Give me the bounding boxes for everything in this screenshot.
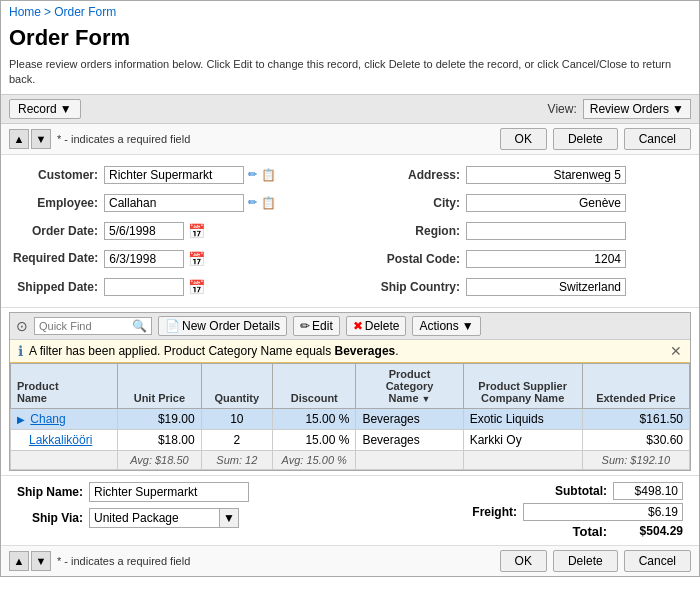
filter-message: A filter has been applied. Product Categ… <box>29 344 335 358</box>
subgrid-delete-button[interactable]: ✖ Delete <box>346 316 407 336</box>
product-name-link[interactable]: Lakkalikööri <box>29 433 92 447</box>
breadcrumb-sep: > <box>44 5 51 19</box>
record-dropdown-icon: ▼ <box>60 102 72 116</box>
address-label: Address: <box>370 168 460 182</box>
required-date-value: 📅 <box>104 250 205 268</box>
view-select[interactable]: Review Orders ▼ <box>583 99 691 119</box>
order-details-table: ProductName Unit Price Quantity Discount… <box>10 363 690 470</box>
subgrid-section: ⊙ 🔍 📄 New Order Details ✏ Edit ✖ Delete … <box>9 312 691 471</box>
actions-button[interactable]: Actions ▼ <box>412 316 480 336</box>
nav-down-button[interactable]: ▼ <box>31 129 51 149</box>
shipped-date-label: Shipped Date: <box>13 280 98 294</box>
delete-button[interactable]: Delete <box>553 128 618 150</box>
bottom-cancel-button[interactable]: Cancel <box>624 550 691 572</box>
new-order-details-button[interactable]: 📄 New Order Details <box>158 316 287 336</box>
breadcrumb-home[interactable]: Home <box>9 5 41 19</box>
freight-label: Freight: <box>437 505 517 519</box>
footer-avg-discount: Avg: 15.00 % <box>273 450 356 469</box>
customer-address-icon[interactable]: 📋 <box>261 168 276 182</box>
search-icon[interactable]: 🔍 <box>132 319 147 333</box>
required-note: * - indicates a required field <box>57 133 190 145</box>
bottom-nav-up-button[interactable]: ▲ <box>9 551 29 571</box>
freight-input[interactable] <box>523 503 683 521</box>
required-date-input[interactable] <box>104 250 184 268</box>
row-indicator: ▶ <box>17 414 25 425</box>
filter-text: A filter has been applied. Product Categ… <box>29 344 664 358</box>
breadcrumb-current[interactable]: Order Form <box>54 5 116 19</box>
new-btn-label: New Order Details <box>182 319 280 333</box>
employee-address-icon[interactable]: 📋 <box>261 196 276 210</box>
order-date-calendar-icon[interactable]: 📅 <box>188 223 205 239</box>
delete-x-icon: ✖ <box>353 319 363 333</box>
order-date-input[interactable] <box>104 222 184 240</box>
unit-price-cell: $19.00 <box>118 408 201 429</box>
discount-cell: 15.00 % <box>273 429 356 450</box>
category-cell: Beverages <box>356 408 463 429</box>
product-name-cell: ▶ Chang <box>11 408 118 429</box>
ship-country-label: Ship Country: <box>370 280 460 294</box>
bottom-ok-button[interactable]: OK <box>500 550 547 572</box>
employee-label: Employee: <box>13 196 98 210</box>
employee-row: Employee: ✏ 📋 <box>13 191 350 215</box>
postal-code-input[interactable] <box>466 250 626 268</box>
bottom-delete-button[interactable]: Delete <box>553 550 618 572</box>
close-filter-icon[interactable]: ✕ <box>670 343 682 359</box>
toolbar: Record ▼ View: Review Orders ▼ <box>1 94 699 124</box>
address-row: Address: <box>370 163 687 187</box>
employee-edit-icon[interactable]: ✏ <box>248 196 257 209</box>
required-date-calendar-icon[interactable]: 📅 <box>188 251 205 267</box>
form-area: Customer: ✏ 📋 Employee: ✏ 📋 Order Date: <box>1 155 699 308</box>
nav-up-button[interactable]: ▲ <box>9 129 29 149</box>
actions-label: Actions <box>419 319 458 333</box>
city-label: City: <box>370 196 460 210</box>
record-button[interactable]: Record ▼ <box>9 99 81 119</box>
edit-button[interactable]: ✏ Edit <box>293 316 340 336</box>
quickfind-input[interactable] <box>39 320 129 332</box>
footer-product <box>11 450 118 469</box>
ship-country-row: Ship Country: <box>370 275 687 299</box>
filter-bar: ℹ A filter has been applied. Product Cat… <box>10 340 690 363</box>
ship-country-input[interactable] <box>466 278 626 296</box>
subgrid-toolbar: ⊙ 🔍 📄 New Order Details ✏ Edit ✖ Delete … <box>10 313 690 340</box>
city-input[interactable] <box>466 194 626 212</box>
supplier-cell: Karkki Oy <box>463 429 582 450</box>
ship-name-input[interactable] <box>89 482 249 502</box>
region-input[interactable] <box>466 222 626 240</box>
ship-via-dropdown-button[interactable]: ▼ <box>219 508 239 528</box>
region-label: Region: <box>370 224 460 238</box>
col-header-extended-price: Extended Price <box>582 363 689 408</box>
address-input[interactable] <box>466 166 626 184</box>
shipped-date-calendar-icon[interactable]: 📅 <box>188 279 205 295</box>
top-nav-bar: ▲ ▼ * - indicates a required field OK De… <box>1 124 699 155</box>
cancel-button[interactable]: Cancel <box>624 128 691 150</box>
bottom-nav-down-button[interactable]: ▼ <box>31 551 51 571</box>
toolbar-left: Record ▼ <box>9 99 81 119</box>
customer-edit-icon[interactable]: ✏ <box>248 168 257 181</box>
subtotal-value: $498.10 <box>613 482 683 500</box>
employee-input[interactable] <box>104 194 244 212</box>
view-dropdown-icon: ▼ <box>672 102 684 116</box>
shipped-date-input[interactable] <box>104 278 184 296</box>
table-footer-row: Avg: $18.50 Sum: 12 Avg: 15.00 % Sum: $1… <box>11 450 690 469</box>
subtotal-label: Subtotal: <box>527 484 607 498</box>
city-row: City: <box>370 191 687 215</box>
extended-price-cell: $161.50 <box>582 408 689 429</box>
customer-row: Customer: ✏ 📋 <box>13 163 350 187</box>
extended-price-cell: $30.60 <box>582 429 689 450</box>
supplier-cell: Exotic Liquids <box>463 408 582 429</box>
form-col-right: Address: City: Region: Postal Code: Ship… <box>350 163 687 299</box>
ok-button[interactable]: OK <box>500 128 547 150</box>
bottom-required-note: * - indicates a required field <box>57 555 190 567</box>
required-date-row: Required Date: 📅 <box>13 247 350 271</box>
subgrid-collapse-icon[interactable]: ⊙ <box>16 318 28 334</box>
ship-name-label: Ship Name: <box>13 485 83 499</box>
ship-via-input[interactable] <box>89 508 219 528</box>
bottom-left: Ship Name: Ship Via: ▼ <box>13 482 249 528</box>
ship-name-row: Ship Name: <box>13 482 249 502</box>
filter-period: . <box>395 344 398 358</box>
col-header-unit-price: Unit Price <box>118 363 201 408</box>
customer-value: ✏ 📋 <box>104 166 276 184</box>
col-header-discount: Discount <box>273 363 356 408</box>
product-name-link[interactable]: Chang <box>30 412 65 426</box>
customer-input[interactable] <box>104 166 244 184</box>
